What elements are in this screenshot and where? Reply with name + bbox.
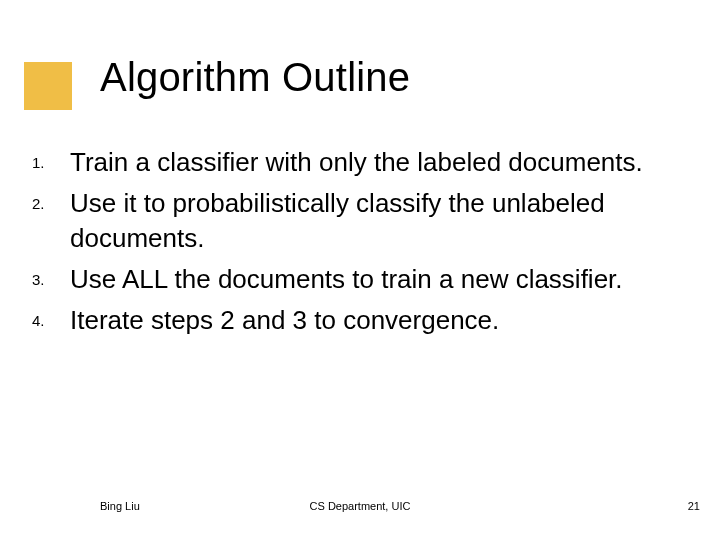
list-item: 2. Use it to probabilistically classify … [32, 186, 672, 256]
list-item: 3. Use ALL the documents to train a new … [32, 262, 672, 297]
item-number: 1. [32, 145, 70, 171]
title-accent-box [24, 62, 72, 110]
footer-affiliation: CS Department, UIC [0, 500, 720, 512]
item-text: Use it to probabilistically classify the… [70, 186, 672, 256]
item-number: 3. [32, 262, 70, 288]
item-text: Train a classifier with only the labeled… [70, 145, 643, 180]
item-text: Iterate steps 2 and 3 to convergence. [70, 303, 499, 338]
numbered-list: 1. Train a classifier with only the labe… [32, 145, 672, 344]
slide-number: 21 [688, 500, 700, 512]
item-number: 4. [32, 303, 70, 329]
item-text: Use ALL the documents to train a new cla… [70, 262, 623, 297]
list-item: 4. Iterate steps 2 and 3 to convergence. [32, 303, 672, 338]
item-number: 2. [32, 186, 70, 212]
page-title: Algorithm Outline [100, 55, 410, 100]
slide-footer: Bing Liu CS Department, UIC 21 [0, 500, 720, 518]
list-item: 1. Train a classifier with only the labe… [32, 145, 672, 180]
